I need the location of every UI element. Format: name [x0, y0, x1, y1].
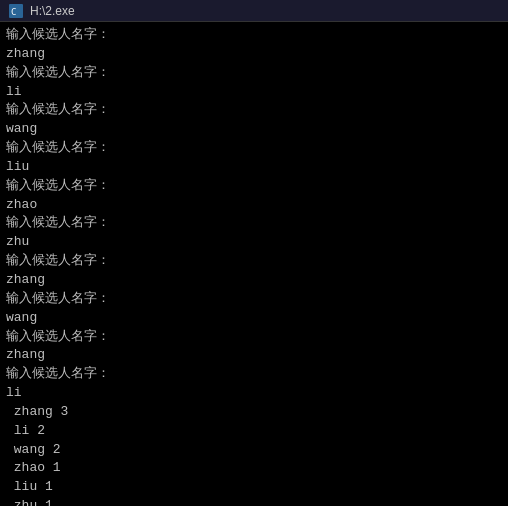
line-prompt-2: 输入候选人名字： — [6, 64, 502, 83]
line-prompt-7: 输入候选人名字： — [6, 252, 502, 271]
line-input-6: zhu — [6, 233, 502, 252]
line-result-3: wang 2 — [6, 441, 502, 460]
line-input-4: liu — [6, 158, 502, 177]
line-result-4: zhao 1 — [6, 459, 502, 478]
line-input-3: wang — [6, 120, 502, 139]
line-prompt-6: 输入候选人名字： — [6, 214, 502, 233]
title-bar-text: H:\2.exe — [30, 4, 75, 18]
line-prompt-10: 输入候选人名字： — [6, 365, 502, 384]
line-result-6: zhu 1 — [6, 497, 502, 506]
line-input-9: zhang — [6, 346, 502, 365]
line-input-5: zhao — [6, 196, 502, 215]
terminal-icon: C — [8, 3, 24, 19]
line-prompt-3: 输入候选人名字： — [6, 101, 502, 120]
line-prompt-4: 输入候选人名字： — [6, 139, 502, 158]
line-input-8: wang — [6, 309, 502, 328]
line-prompt-5: 输入候选人名字： — [6, 177, 502, 196]
line-input-2: li — [6, 83, 502, 102]
line-result-5: liu 1 — [6, 478, 502, 497]
line-result-2: li 2 — [6, 422, 502, 441]
line-result-1: zhang 3 — [6, 403, 502, 422]
line-prompt-9: 输入候选人名字： — [6, 328, 502, 347]
line-prompt-1: 输入候选人名字： — [6, 26, 502, 45]
title-bar: C H:\2.exe — [0, 0, 508, 22]
line-input-7: zhang — [6, 271, 502, 290]
svg-text:C: C — [11, 7, 16, 17]
line-input-1: zhang — [6, 45, 502, 64]
terminal-body: 输入候选人名字： zhang 输入候选人名字： li 输入候选人名字： wang… — [0, 22, 508, 506]
line-input-10: li — [6, 384, 502, 403]
line-prompt-8: 输入候选人名字： — [6, 290, 502, 309]
